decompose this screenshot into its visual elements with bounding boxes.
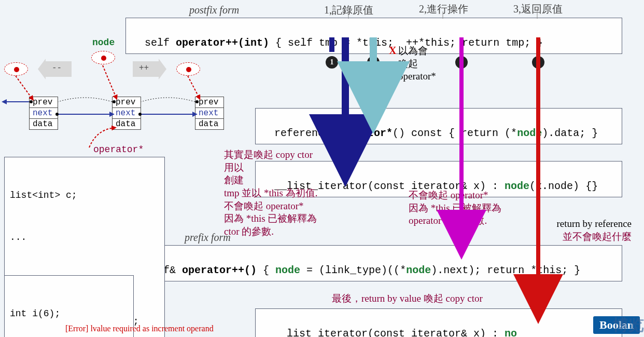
lc1-l1: list<int> c; xyxy=(10,188,159,203)
postfix-sig: operator++(int) xyxy=(176,37,269,49)
nb-next-r: next xyxy=(195,108,223,119)
rref-note: return by reference 並不會喚起什麼 xyxy=(543,218,632,243)
brand-cn: 博览 xyxy=(613,315,644,336)
x-mark-icon: X xyxy=(389,45,396,57)
nb-data-l: data xyxy=(30,119,58,129)
deref-node: node xyxy=(517,127,542,139)
final-note: 最後，return by value 喚起 copy ctor xyxy=(332,292,483,305)
pf-n2: node xyxy=(406,264,431,276)
minus-label: -- xyxy=(52,63,62,73)
xnote2: 喚起 xyxy=(398,58,418,69)
deref-codebox: reference operator*() const { return (*n… xyxy=(255,108,622,144)
postfix-codebox: self operator++(int) { self tmp = *this;… xyxy=(125,18,622,54)
badge-3: 3 xyxy=(532,56,544,69)
pf-e: ).next); return *this; } xyxy=(431,264,580,276)
opstar-label: operator* xyxy=(93,144,144,155)
nb-next-l: next xyxy=(30,108,58,119)
pf-n1: node xyxy=(275,264,300,276)
pf-c: { xyxy=(257,264,275,276)
nb-prev-m: prev xyxy=(113,97,141,108)
deref-b: operator* xyxy=(337,127,393,139)
pf-b: operator++() xyxy=(182,264,257,276)
nodebox-right: prev next data xyxy=(195,97,224,130)
pf-d: = (link_type)((* xyxy=(300,264,406,276)
step3-label: 3,返回原值 xyxy=(513,2,563,16)
svg-line-10 xyxy=(188,76,199,98)
badge-1b: 1 xyxy=(367,56,380,69)
deref-tail: ).data; } xyxy=(542,127,598,139)
prefix-label: prefix form xyxy=(185,232,231,244)
cc3: 創建 xyxy=(224,174,244,185)
rref1: return by reference xyxy=(556,218,632,229)
cloud-left xyxy=(4,62,28,76)
cloud-right xyxy=(176,62,200,76)
nodebox-mid: prev next data xyxy=(112,97,141,130)
cc4: tmp 並以 *this 為初值. xyxy=(224,187,318,198)
cc5: 不會喚起 operator* xyxy=(224,200,304,211)
ctor2-node: no xyxy=(505,328,517,337)
ctor1-b: (x.node) {} xyxy=(529,180,598,192)
badge-1a: 1 xyxy=(326,56,338,69)
postfix-label: postfix form xyxy=(189,4,239,16)
badge-2: 2 xyxy=(455,56,468,69)
nodebox-left: prev next data xyxy=(29,97,58,130)
cc7: ctor 的參數. xyxy=(224,226,274,237)
xnote1: 以為會 xyxy=(398,45,428,56)
cc2: 用以 xyxy=(224,162,244,173)
ctor2-codebox: __list_iterator(const iterator& x) : no xyxy=(255,308,622,337)
deref-a: reference xyxy=(274,127,337,139)
nb-prev-l: prev xyxy=(30,97,58,108)
postfix-kw1: self xyxy=(145,37,176,49)
copyctor-note: 其實是喚起 copy ctor 用以 創建 tmp 並以 *this 為初值. … xyxy=(224,149,318,238)
svg-line-9 xyxy=(103,65,116,98)
node-label: node xyxy=(92,37,115,48)
nb-next-m: next xyxy=(113,108,141,119)
step1-label: 1,記錄原值 xyxy=(324,3,373,17)
mid3: operator++ 的參數. xyxy=(409,215,487,226)
plus-label: ++ xyxy=(139,63,149,73)
nb-prev-r: prev xyxy=(195,97,223,108)
ctor2-a: __list_iterator(const iterator& x) : xyxy=(274,328,505,337)
cc6: 因為 *this 已被解釋為 xyxy=(224,213,317,224)
nb-data-m: data xyxy=(113,119,141,129)
cc1: 其實是喚起 copy ctor xyxy=(224,149,313,160)
mid1: 不會喚起 operator* xyxy=(409,190,488,200)
error-text: [Error] lvalue required as increment ope… xyxy=(65,324,214,333)
xnote3: operator* xyxy=(398,71,436,82)
rref2: 並不會喚起什麼 xyxy=(563,231,632,242)
cloud-mid xyxy=(91,51,115,64)
lc1-l2: ... xyxy=(10,231,159,245)
ctor1-node: node xyxy=(505,180,529,192)
nb-data-r: data xyxy=(195,119,223,129)
deref-c: () const { return (* xyxy=(393,127,517,139)
mid-note: 不會喚起 operator* 因為 *this 已被解釋為 operator++… xyxy=(409,189,501,227)
lc2-l1: int i(6); xyxy=(10,307,128,321)
step2-label: 2,進行操作 xyxy=(419,2,468,16)
x-note: 以為會 喚起 operator* xyxy=(398,45,436,83)
svg-line-8 xyxy=(16,76,32,99)
prefix-codebox: self& operator++() { node = (link_type)(… xyxy=(125,245,622,281)
mid2: 因為 *this 已被解釋為 xyxy=(409,203,501,213)
